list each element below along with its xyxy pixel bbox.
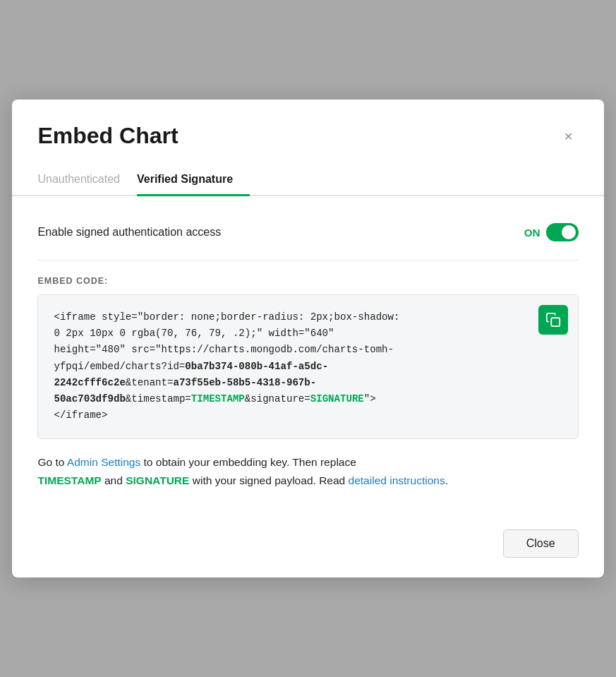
auth-toggle-row: Enable signed authentication access ON: [37, 216, 578, 257]
instructions-text: Go to Admin Settings to obtain your embe…: [37, 453, 578, 491]
svg-rect-0: [551, 318, 560, 326]
code-block-wrapper: <iframe style="border: none;border-radiu…: [37, 294, 578, 439]
code-green-timestamp: TIMESTAMP: [191, 393, 245, 405]
auth-toggle[interactable]: [546, 223, 579, 241]
go-to-text: Go to: [37, 456, 66, 468]
close-icon-button[interactable]: ×: [558, 125, 578, 148]
close-button[interactable]: Close: [503, 529, 579, 558]
code-green-signature: SIGNATURE: [310, 393, 364, 405]
detailed-instructions-link[interactable]: detailed instructions: [349, 474, 445, 486]
tab-unauthenticated[interactable]: Unauthenticated: [37, 166, 137, 196]
toggle-container: ON: [524, 223, 579, 241]
tab-bar: Unauthenticated Verified Signature: [12, 166, 603, 196]
embed-chart-modal: Embed Chart × Unauthenticated Verified S…: [12, 100, 603, 578]
section-divider: [37, 260, 578, 260]
and-text: and: [102, 474, 126, 486]
copy-icon: [545, 312, 561, 328]
admin-settings-link[interactable]: Admin Settings: [67, 456, 140, 468]
code-plain-start: <iframe style="border: none;border-radiu…: [54, 311, 399, 421]
after-text: with your signed payload. Read: [189, 474, 348, 486]
toggle-slider: [546, 223, 579, 241]
auth-label: Enable signed authentication access: [37, 226, 221, 239]
modal-body: Enable signed authentication access ON E…: [12, 196, 603, 521]
signature-keyword: SIGNATURE: [126, 474, 189, 486]
toggle-on-label: ON: [524, 227, 540, 239]
modal-header: Embed Chart ×: [12, 100, 603, 149]
mid-text: to obtain your embedding key. Then repla…: [140, 456, 356, 468]
modal-overlay: Embed Chart × Unauthenticated Verified S…: [0, 0, 616, 677]
timestamp-keyword: TIMESTAMP: [37, 474, 101, 486]
copy-button[interactable]: [538, 305, 568, 335]
embed-code-label: EMBED CODE:: [37, 276, 578, 286]
tab-verified-signature[interactable]: Verified Signature: [137, 166, 250, 196]
modal-title: Embed Chart: [37, 122, 178, 149]
code-block: <iframe style="border: none;border-radiu…: [54, 309, 532, 424]
modal-footer: Close: [12, 521, 603, 577]
period: .: [445, 474, 448, 486]
